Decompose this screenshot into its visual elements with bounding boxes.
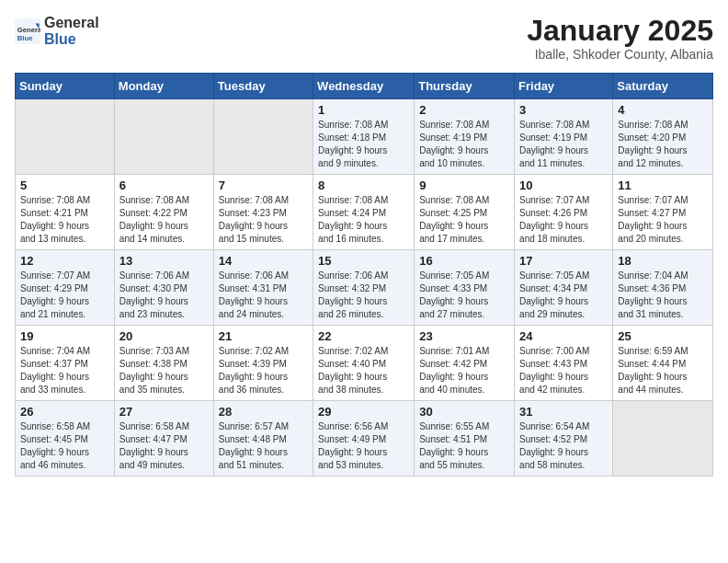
cell-content: Sunrise: 7:00 AM Sunset: 4:43 PM Dayligh… <box>519 345 608 396</box>
cell-content: Sunrise: 7:07 AM Sunset: 4:29 PM Dayligh… <box>20 270 109 321</box>
calendar-cell: 20Sunrise: 7:03 AM Sunset: 4:38 PM Dayli… <box>114 326 213 401</box>
calendar-cell: 18Sunrise: 7:04 AM Sunset: 4:36 PM Dayli… <box>613 250 713 326</box>
day-number: 30 <box>419 405 509 419</box>
svg-text:General: General <box>17 26 40 34</box>
day-number: 24 <box>519 329 608 343</box>
calendar-cell: 16Sunrise: 7:05 AM Sunset: 4:33 PM Dayli… <box>415 250 515 326</box>
cell-content: Sunrise: 7:03 AM Sunset: 4:38 PM Dayligh… <box>119 345 209 396</box>
day-number: 19 <box>20 329 109 343</box>
calendar-cell: 25Sunrise: 6:59 AM Sunset: 4:44 PM Dayli… <box>613 326 713 401</box>
cell-content: Sunrise: 7:06 AM Sunset: 4:30 PM Dayligh… <box>119 270 209 321</box>
calendar-cell: 24Sunrise: 7:00 AM Sunset: 4:43 PM Dayli… <box>515 326 613 401</box>
day-number: 20 <box>119 329 209 343</box>
calendar-week-row: 19Sunrise: 7:04 AM Sunset: 4:37 PM Dayli… <box>16 326 713 401</box>
cell-content: Sunrise: 7:05 AM Sunset: 4:34 PM Dayligh… <box>519 270 608 321</box>
day-of-week-header: Saturday <box>613 74 713 99</box>
cell-content: Sunrise: 6:58 AM Sunset: 4:45 PM Dayligh… <box>20 420 109 472</box>
cell-content: Sunrise: 7:01 AM Sunset: 4:42 PM Dayligh… <box>419 345 509 396</box>
day-number: 2 <box>419 103 509 117</box>
cell-content: Sunrise: 7:08 AM Sunset: 4:21 PM Dayligh… <box>20 194 109 246</box>
cell-content: Sunrise: 7:08 AM Sunset: 4:25 PM Dayligh… <box>419 194 509 246</box>
calendar-cell: 11Sunrise: 7:07 AM Sunset: 4:27 PM Dayli… <box>613 175 713 250</box>
calendar-cell: 8Sunrise: 7:08 AM Sunset: 4:24 PM Daylig… <box>313 175 415 250</box>
calendar-cell: 6Sunrise: 7:08 AM Sunset: 4:22 PM Daylig… <box>114 175 213 250</box>
cell-content: Sunrise: 6:59 AM Sunset: 4:44 PM Dayligh… <box>618 345 708 396</box>
cell-content: Sunrise: 7:02 AM Sunset: 4:39 PM Dayligh… <box>219 345 308 396</box>
cell-content: Sunrise: 7:07 AM Sunset: 4:27 PM Dayligh… <box>618 194 708 246</box>
svg-text:Blue: Blue <box>17 34 33 42</box>
day-number: 18 <box>618 254 708 268</box>
cell-content: Sunrise: 7:08 AM Sunset: 4:19 PM Dayligh… <box>519 119 608 170</box>
calendar-cell <box>213 99 313 175</box>
cell-content: Sunrise: 7:08 AM Sunset: 4:22 PM Dayligh… <box>119 194 209 246</box>
calendar-header-row: SundayMondayTuesdayWednesdayThursdayFrid… <box>16 74 713 99</box>
day-number: 4 <box>618 103 708 117</box>
day-number: 12 <box>20 254 109 268</box>
day-number: 1 <box>318 103 409 117</box>
calendar-week-row: 26Sunrise: 6:58 AM Sunset: 4:45 PM Dayli… <box>16 401 713 477</box>
day-of-week-header: Wednesday <box>313 74 415 99</box>
calendar-cell: 22Sunrise: 7:02 AM Sunset: 4:40 PM Dayli… <box>313 326 415 401</box>
cell-content: Sunrise: 7:05 AM Sunset: 4:33 PM Dayligh… <box>419 270 509 321</box>
day-number: 6 <box>119 178 209 192</box>
calendar-cell: 2Sunrise: 7:08 AM Sunset: 4:19 PM Daylig… <box>415 99 515 175</box>
day-number: 9 <box>419 178 509 192</box>
calendar-cell: 23Sunrise: 7:01 AM Sunset: 4:42 PM Dayli… <box>415 326 515 401</box>
calendar-cell <box>613 401 713 477</box>
main-title: January 2025 <box>527 15 713 47</box>
day-number: 28 <box>219 405 308 419</box>
day-of-week-header: Thursday <box>415 74 515 99</box>
calendar-cell: 4Sunrise: 7:08 AM Sunset: 4:20 PM Daylig… <box>613 99 713 175</box>
cell-content: Sunrise: 7:08 AM Sunset: 4:19 PM Dayligh… <box>419 119 509 170</box>
calendar-week-row: 1Sunrise: 7:08 AM Sunset: 4:18 PM Daylig… <box>16 99 713 175</box>
calendar-cell: 21Sunrise: 7:02 AM Sunset: 4:39 PM Dayli… <box>213 326 313 401</box>
day-number: 25 <box>618 329 708 343</box>
cell-content: Sunrise: 7:08 AM Sunset: 4:23 PM Dayligh… <box>219 194 308 246</box>
calendar-cell: 10Sunrise: 7:07 AM Sunset: 4:26 PM Dayli… <box>515 175 613 250</box>
calendar-cell: 30Sunrise: 6:55 AM Sunset: 4:51 PM Dayli… <box>415 401 515 477</box>
cell-content: Sunrise: 6:55 AM Sunset: 4:51 PM Dayligh… <box>419 420 509 472</box>
day-of-week-header: Friday <box>515 74 613 99</box>
cell-content: Sunrise: 7:08 AM Sunset: 4:20 PM Dayligh… <box>618 119 708 170</box>
calendar-cell: 17Sunrise: 7:05 AM Sunset: 4:34 PM Dayli… <box>515 250 613 326</box>
calendar-cell: 13Sunrise: 7:06 AM Sunset: 4:30 PM Dayli… <box>114 250 213 326</box>
logo-text-blue: Blue <box>44 31 76 47</box>
day-number: 3 <box>519 103 608 117</box>
day-number: 16 <box>419 254 509 268</box>
day-number: 23 <box>419 329 509 343</box>
calendar-week-row: 5Sunrise: 7:08 AM Sunset: 4:21 PM Daylig… <box>16 175 713 250</box>
calendar-cell: 28Sunrise: 6:57 AM Sunset: 4:48 PM Dayli… <box>213 401 313 477</box>
logo-text-general: General <box>44 15 99 31</box>
calendar-cell <box>114 99 213 175</box>
cell-content: Sunrise: 7:02 AM Sunset: 4:40 PM Dayligh… <box>318 345 409 396</box>
calendar-cell: 9Sunrise: 7:08 AM Sunset: 4:25 PM Daylig… <box>415 175 515 250</box>
calendar-cell: 1Sunrise: 7:08 AM Sunset: 4:18 PM Daylig… <box>313 99 415 175</box>
day-number: 7 <box>219 178 308 192</box>
title-section: January 2025 Iballe, Shkoder County, Alb… <box>527 15 713 62</box>
cell-content: Sunrise: 7:08 AM Sunset: 4:18 PM Dayligh… <box>318 119 409 170</box>
day-number: 8 <box>318 178 409 192</box>
day-of-week-header: Sunday <box>16 74 115 99</box>
calendar-cell: 12Sunrise: 7:07 AM Sunset: 4:29 PM Dayli… <box>16 250 115 326</box>
day-number: 31 <box>519 405 608 419</box>
cell-content: Sunrise: 7:06 AM Sunset: 4:32 PM Dayligh… <box>318 270 409 321</box>
cell-content: Sunrise: 7:06 AM Sunset: 4:31 PM Dayligh… <box>219 270 308 321</box>
day-number: 10 <box>519 178 608 192</box>
page-header: General Blue General Blue January 2025 I… <box>15 15 713 62</box>
calendar-table: SundayMondayTuesdayWednesdayThursdayFrid… <box>15 73 713 477</box>
calendar-cell: 14Sunrise: 7:06 AM Sunset: 4:31 PM Dayli… <box>213 250 313 326</box>
calendar-cell: 7Sunrise: 7:08 AM Sunset: 4:23 PM Daylig… <box>213 175 313 250</box>
day-of-week-header: Tuesday <box>213 74 313 99</box>
calendar-cell: 15Sunrise: 7:06 AM Sunset: 4:32 PM Dayli… <box>313 250 415 326</box>
logo: General Blue General Blue <box>15 15 99 48</box>
calendar-cell: 26Sunrise: 6:58 AM Sunset: 4:45 PM Dayli… <box>16 401 115 477</box>
day-number: 27 <box>119 405 209 419</box>
day-of-week-header: Monday <box>114 74 213 99</box>
day-number: 22 <box>318 329 409 343</box>
subtitle: Iballe, Shkoder County, Albania <box>527 47 713 62</box>
day-number: 29 <box>318 405 409 419</box>
calendar-cell: 5Sunrise: 7:08 AM Sunset: 4:21 PM Daylig… <box>16 175 115 250</box>
cell-content: Sunrise: 6:58 AM Sunset: 4:47 PM Dayligh… <box>119 420 209 472</box>
calendar-cell: 31Sunrise: 6:54 AM Sunset: 4:52 PM Dayli… <box>515 401 613 477</box>
calendar-cell: 27Sunrise: 6:58 AM Sunset: 4:47 PM Dayli… <box>114 401 213 477</box>
